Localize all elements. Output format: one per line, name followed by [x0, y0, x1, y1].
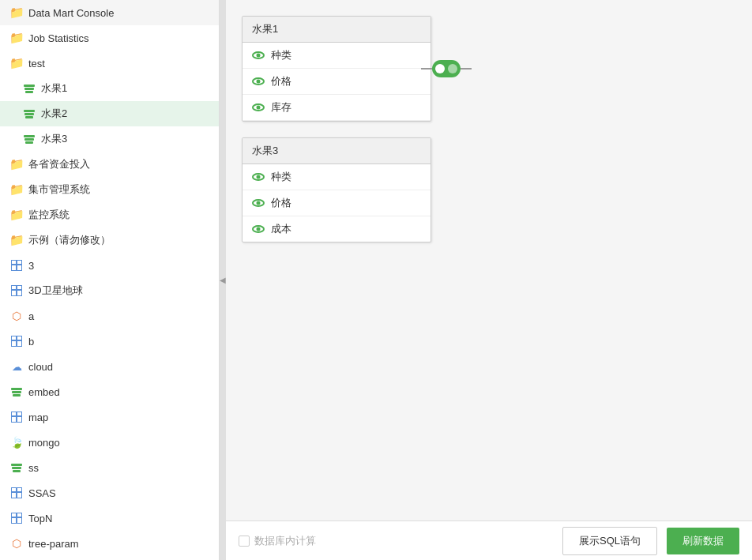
folder-icon: 📁 [9, 233, 24, 247]
canvas-area: 水果1 种类 价格 库存 [226, 0, 752, 521]
table-row[interactable]: 价格 [243, 190, 431, 216]
table-icon [9, 410, 24, 424]
table-row[interactable]: 种类 [243, 43, 431, 69]
sidebar-item-map-drill[interactable]: ⬡ 地图上下钻 [0, 556, 219, 560]
folder-icon: 📁 [9, 31, 24, 45]
table-icon [9, 258, 24, 272]
sidebar-item-shuiguo2[interactable]: 水果2 [0, 101, 219, 126]
join-circle-right [448, 64, 457, 73]
sidebar-item-label: ss [28, 462, 209, 474]
sidebar-item-label: cloud [28, 361, 209, 373]
layers-icon [9, 460, 24, 475]
table-icon [9, 511, 24, 525]
field-label: 种类 [271, 48, 291, 62]
field-eye-icon [252, 199, 265, 207]
network-icon: ⬡ [9, 536, 24, 551]
db-calc-checkbox[interactable] [239, 536, 250, 547]
sidebar-item-mongo[interactable]: 🍃 mongo [0, 430, 219, 455]
sidebar-item-label: embed [28, 386, 209, 398]
sidebar-item-label: map [28, 412, 209, 423]
table-box-header: 水果3 [243, 138, 431, 164]
field-eye-icon [252, 173, 265, 181]
sidebar-item-label: SSAS [28, 487, 209, 499]
join-connector[interactable] [421, 60, 472, 77]
table-icon [9, 486, 24, 500]
sidebar-item-a[interactable]: ⬡ a [0, 303, 219, 329]
sidebar-item-label: 3D卫星地球 [28, 284, 209, 298]
sidebar-item-3d-satellite[interactable]: 3D卫星地球 [0, 278, 219, 303]
sidebar: 📁 Data Mart Console 📁 Job Statistics 📁 t… [0, 0, 220, 560]
sidebar-item-label: Data Mart Console [28, 7, 209, 19]
field-label: 种类 [271, 170, 291, 184]
layers-icon [9, 385, 24, 399]
field-label: 库存 [271, 100, 291, 115]
show-sql-button[interactable]: 展示SQL语句 [562, 527, 657, 555]
sidebar-item-label: b [28, 336, 209, 348]
field-eye-icon [252, 225, 265, 233]
sidebar-item-ssas[interactable]: SSAS [0, 480, 219, 506]
table-row[interactable]: 库存 [243, 95, 431, 121]
folder-icon: 📁 [9, 6, 24, 20]
sidebar-item-shuiguo1[interactable]: 水果1 [0, 76, 219, 101]
leaf-icon: 🍃 [9, 435, 24, 449]
sidebar-item-test[interactable]: 📁 test [0, 51, 219, 76]
table-icon [9, 284, 24, 298]
layers-icon [22, 81, 36, 96]
sidebar-item-b[interactable]: b [0, 329, 219, 354]
field-eye-icon [252, 103, 265, 111]
join-line-right [461, 68, 472, 70]
layers-icon [22, 132, 36, 146]
sidebar-item-label: 各省资金投入 [28, 157, 209, 171]
join-line-left [421, 68, 432, 70]
join-toggle[interactable] [432, 60, 461, 77]
table-row[interactable]: 种类 [243, 164, 431, 190]
table-row[interactable]: 成本 [243, 216, 431, 242]
checkbox-label: 数据库内计算 [254, 534, 316, 548]
field-eye-icon [252, 51, 265, 59]
table-boxes-container: 水果1 种类 价格 库存 [242, 16, 736, 242]
sidebar-item-tree-param[interactable]: ⬡ tree-param [0, 531, 219, 556]
sidebar-item-label: Job Statistics [28, 32, 209, 44]
checkbox-area: 数据库内计算 [239, 534, 316, 548]
sidebar-item-data-mart-console[interactable]: 📁 Data Mart Console [0, 0, 219, 25]
sidebar-item-cloud[interactable]: ☁ cloud [0, 354, 219, 379]
sidebar-item-label: 示例（请勿修改） [28, 233, 209, 247]
sidebar-item-topn[interactable]: TopN [0, 506, 219, 531]
network-icon: ⬡ [9, 309, 24, 323]
sidebar-item-label: test [28, 58, 209, 70]
layers-icon [22, 107, 36, 121]
join-circle-left [435, 64, 445, 73]
sidebar-item-shuiguo3[interactable]: 水果3 [0, 126, 219, 152]
table-row[interactable]: 价格 [243, 69, 431, 95]
sidebar-item-label: TopN [28, 513, 209, 524]
sidebar-item-label: 水果1 [41, 81, 209, 96]
sidebar-item-label: tree-param [28, 538, 209, 550]
folder-icon: 📁 [9, 56, 24, 70]
sidebar-item-label: mongo [28, 437, 209, 449]
field-eye-icon [252, 77, 265, 85]
field-label: 价格 [271, 196, 291, 210]
sidebar-item-jishi[interactable]: 📁 集市管理系统 [0, 177, 219, 202]
sidebar-resizer[interactable] [220, 0, 226, 560]
sidebar-item-map[interactable]: map [0, 404, 219, 430]
sidebar-item-label: 3 [28, 260, 209, 272]
refresh-data-button[interactable]: 刷新数据 [667, 528, 739, 554]
folder-icon: 📁 [9, 182, 24, 197]
sidebar-item-label: 水果3 [41, 132, 209, 146]
field-label: 价格 [271, 74, 291, 88]
sidebar-item-label: 集市管理系统 [28, 182, 209, 197]
table-box-wrapper-shuiguo3: 水果3 种类 价格 成本 [242, 137, 736, 242]
sidebar-item-jiankong[interactable]: 📁 监控系统 [0, 202, 219, 227]
sidebar-item-ss[interactable]: ss [0, 455, 219, 480]
field-label: 成本 [271, 222, 291, 236]
sidebar-item-shili[interactable]: 📁 示例（请勿修改） [0, 227, 219, 253]
main-content: 水果1 种类 价格 库存 [226, 0, 752, 560]
sidebar-item-embed[interactable]: embed [0, 379, 219, 404]
cloud-icon: ☁ [9, 359, 24, 374]
sidebar-item-job-statistics[interactable]: 📁 Job Statistics [0, 25, 219, 51]
sidebar-item-3[interactable]: 3 [0, 253, 219, 278]
sidebar-item-label: 水果2 [41, 107, 209, 121]
table-box-shuiguo3: 水果3 种类 价格 成本 [242, 137, 431, 242]
sidebar-item-gesheng[interactable]: 📁 各省资金投入 [0, 152, 219, 177]
sidebar-item-label: a [28, 310, 209, 322]
